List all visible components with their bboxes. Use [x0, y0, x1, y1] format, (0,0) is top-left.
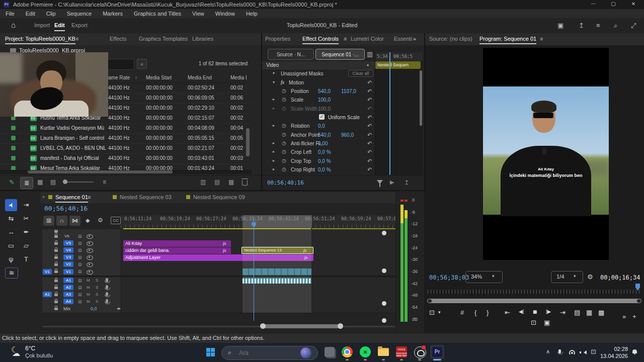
add-marker-icon[interactable]: ◆	[86, 217, 90, 224]
close-sequence-icon[interactable]: ×	[42, 195, 45, 200]
tab-nested-sequence-09[interactable]: Nested Sequence 09	[193, 194, 245, 200]
project-vscrollbar[interactable]	[246, 128, 250, 156]
tab-effects[interactable]: Effects	[110, 36, 126, 42]
track-select-forward-tool[interactable]: ⇥	[20, 200, 32, 211]
reset-icon[interactable]: ↶	[367, 166, 372, 173]
crop-left-value[interactable]: 0,0 %	[318, 149, 331, 155]
nav-export[interactable]: Export	[71, 22, 88, 28]
premiere-taskbar-icon[interactable]: Pr	[430, 345, 444, 359]
stopwatch-icon[interactable]: ◷	[282, 132, 286, 137]
search-highlight-image[interactable]	[300, 347, 311, 358]
column-media-start[interactable]: Media Start	[146, 75, 172, 80]
clip-cidden[interactable]: cidden dar geldi bana.fx	[123, 247, 231, 254]
quick-search-icon[interactable]: ⌕	[614, 22, 617, 30]
razor-tool[interactable]: ✂	[20, 213, 32, 224]
trash-icon[interactable]	[242, 180, 248, 186]
reset-icon[interactable]: ↶	[367, 158, 372, 164]
mix-volume-value[interactable]: 0,0	[91, 306, 97, 311]
sync-lock-icon[interactable]: ⊟	[78, 248, 82, 253]
clip-a1-audio-waveform[interactable]	[243, 278, 311, 284]
ec-splitview-icon[interactable]: ▥	[367, 50, 373, 58]
slip-tool[interactable]: ↔	[5, 227, 17, 238]
list-view-button[interactable]: ≣	[20, 177, 33, 189]
clip-nested-sequence-13[interactable]: Nested Sequence 13fx	[242, 247, 313, 254]
automate-sequence-icon[interactable]: ▥	[200, 178, 206, 186]
reset-icon[interactable]: ↶	[367, 79, 372, 86]
sort-button[interactable]: ≡	[103, 178, 106, 186]
go-to-in-icon[interactable]: ⇤	[505, 309, 510, 316]
tab-sequence-01[interactable]: Sequence 01	[55, 194, 88, 203]
chevron-down-icon[interactable]: ▾	[438, 310, 441, 315]
track-label[interactable]: V3	[63, 254, 73, 260]
sync-lock-icon[interactable]: ⊟	[78, 255, 82, 260]
menu-help[interactable]: Help	[240, 11, 263, 17]
track-output-eye-icon[interactable]	[87, 241, 93, 246]
zoom-slider[interactable]	[64, 182, 94, 183]
uniform-scale-checkbox[interactable]: ✓	[319, 114, 325, 120]
program-timecode[interactable]: 00;56;38;03	[429, 274, 469, 281]
comparison-view-icon[interactable]: ▩	[598, 309, 604, 316]
project-hscrollbar[interactable]	[0, 170, 252, 174]
lock-icon[interactable]	[54, 256, 58, 259]
captions-cc-icon[interactable]: CC	[111, 217, 121, 224]
tab-lumetri-color[interactable]: Lumetri Color	[351, 36, 384, 42]
solo-button[interactable]: S	[96, 292, 98, 297]
track-output-eye-icon[interactable]	[87, 270, 93, 275]
type-tool[interactable]: T	[20, 254, 32, 265]
voicemeeter-icon[interactable]: VOICE MEETER	[396, 346, 407, 357]
rotation-value[interactable]: 0,0	[318, 123, 325, 129]
search-box-icon[interactable]: ⌕	[137, 59, 147, 69]
timeline-panel-menu-icon[interactable]: ≡	[88, 194, 91, 200]
minimize-button[interactable]: —	[584, 1, 603, 6]
track-zoom-handle[interactable]	[382, 231, 386, 235]
play-audio-icon[interactable]: ▶	[390, 179, 394, 186]
clear-all-button[interactable]: Clear all	[348, 70, 373, 77]
anchor-y-value[interactable]: 960,0	[341, 132, 354, 138]
clip-indicator-right[interactable]	[405, 200, 408, 202]
ec-row-motion[interactable]: ▾ fx Motion ↶	[266, 79, 375, 87]
sync-lock-icon[interactable]: ⊟	[78, 241, 82, 246]
share-icon[interactable]: ↥	[579, 22, 584, 29]
hand-tool[interactable]: ψ	[5, 254, 17, 265]
lock-icon[interactable]	[54, 270, 58, 273]
lock-icon[interactable]	[54, 263, 58, 266]
ec-mini-timeline[interactable]: 5;34 00;56;5 Nested Sequen	[375, 52, 423, 190]
solo-button[interactable]: S	[96, 278, 98, 283]
taskbar-search[interactable]: ⌕	[221, 346, 318, 360]
maximize-button[interactable]: ▢	[604, 1, 623, 7]
track-zoom-handle[interactable]	[382, 268, 386, 273]
reset-icon[interactable]: ↶	[367, 88, 372, 95]
position-x-value[interactable]: 540,0	[318, 88, 331, 94]
reset-icon[interactable]: ↶	[367, 97, 372, 103]
chevron-right-icon[interactable]: ▸	[273, 167, 275, 171]
table-row[interactable]: Laura Branigan - Self control44100 Hz00:…	[0, 133, 252, 144]
program-zoom-dropdown[interactable]: 34% ▾	[465, 271, 503, 283]
hamburger-menu-icon[interactable]: ≡	[596, 22, 600, 29]
record-mic-icon[interactable]	[106, 278, 108, 282]
column-media-end[interactable]: Media End	[188, 75, 212, 80]
tab-effect-controls[interactable]: Effect Controls	[302, 36, 339, 44]
insert-overwrite-icon[interactable]: ⊞	[43, 216, 54, 226]
menu-view[interactable]: View	[187, 11, 210, 17]
remix-tool[interactable]: ≋	[5, 267, 18, 279]
input-indicator-icon[interactable]: ⊡	[591, 348, 596, 355]
record-mic-icon[interactable]	[106, 292, 108, 296]
track-output-eye-icon[interactable]	[87, 262, 93, 267]
track-label[interactable]: V5	[63, 240, 73, 246]
track-label[interactable]: V4	[63, 247, 73, 253]
sync-lock-icon[interactable]: ⊟	[78, 292, 82, 297]
nav-import[interactable]: Import	[34, 22, 50, 28]
mute-button[interactable]: M	[87, 285, 90, 290]
stopwatch-icon[interactable]: ◷	[282, 149, 286, 154]
track-label[interactable]: A4	[63, 299, 73, 304]
clip-ali-kitay[interactable]: Ali Kıtayfx	[123, 240, 231, 247]
export-frame-camera-icon[interactable]: ▣	[544, 319, 550, 326]
add-marker-icon[interactable]: #	[460, 309, 464, 316]
mark-out-icon[interactable]: }	[487, 309, 489, 316]
reset-icon[interactable]: ↶	[367, 132, 372, 138]
ec-sequence-button[interactable]: Sequence 01 ·...	[315, 49, 365, 60]
obs-icon[interactable]	[414, 346, 426, 358]
stacked-windows-icon[interactable]	[325, 347, 335, 357]
sort-up-icon[interactable]: ↑	[135, 75, 137, 80]
tab-project[interactable]: Project: TopluReels0000_KB	[5, 36, 75, 44]
